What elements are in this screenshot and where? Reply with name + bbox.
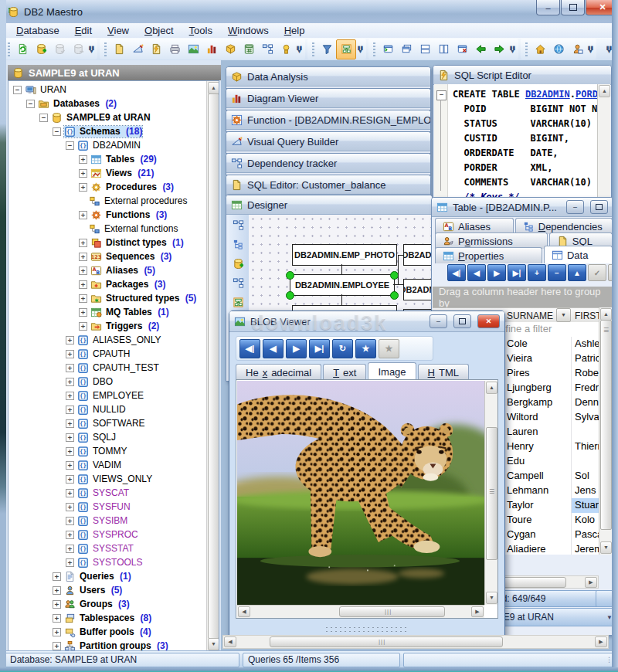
scroll-right-icon[interactable]: ▶: [595, 636, 607, 647]
plus-expander-icon[interactable]: +: [66, 531, 74, 539]
data-analysis-button[interactable]: [221, 40, 239, 59]
mdi-hscrollbar[interactable]: ◀ ||| ▶: [222, 635, 609, 649]
plus-expander-icon[interactable]: +: [79, 294, 87, 303]
blob-prev-button[interactable]: ◀: [263, 339, 284, 358]
chevron-down-icon[interactable]: ▼: [606, 614, 612, 621]
plus-expander-icon[interactable]: +: [79, 308, 87, 317]
tree-item-systools[interactable]: + {} SYSTOOLS: [8, 555, 203, 569]
plus-expander-icon[interactable]: +: [79, 239, 87, 247]
menu-windows[interactable]: Windows: [221, 24, 276, 37]
tree-item-syscat[interactable]: + {} SYSCAT: [8, 486, 203, 500]
menu-tools[interactable]: Tools: [182, 24, 219, 37]
tree-item-groups[interactable]: + Groups (3): [8, 597, 203, 611]
plus-expander-icon[interactable]: +: [66, 419, 74, 428]
tree-item-sysproc[interactable]: + {} SYSPROC: [8, 528, 203, 541]
sql-code[interactable]: CREATE TABLE DB2ADMIN.PORDER POIDBIGINT …: [453, 87, 597, 203]
filter-button[interactable]: [317, 40, 336, 59]
scroll-up-icon[interactable]: ▲: [486, 382, 497, 394]
tree-item-sysibm[interactable]: + {} SYSIBM: [8, 514, 203, 528]
calculator-button[interactable]: [239, 40, 258, 59]
scroll-up-icon[interactable]: ▲: [208, 82, 219, 94]
tile-horizontal-button[interactable]: [416, 40, 434, 59]
fold-collapse-icon[interactable]: −: [436, 90, 447, 100]
designer-tool-5[interactable]: [233, 297, 244, 308]
plus-expander-icon[interactable]: +: [79, 266, 87, 275]
window-titlebar[interactable]: Data Analysis: [226, 67, 430, 87]
blob-save-button[interactable]: ★: [379, 339, 399, 358]
forward-button[interactable]: [490, 40, 508, 59]
blob-tab-hexadecimal[interactable]: Hexadecimal: [236, 364, 321, 380]
tree-item-uran[interactable]: − URAN: [8, 83, 203, 97]
home-button[interactable]: [531, 40, 549, 59]
tree-item-views[interactable]: + Views (21): [8, 166, 203, 180]
refresh-button[interactable]: [13, 40, 32, 59]
blob-viewer-titlebar[interactable]: BLOB Viewer – ✕: [229, 311, 504, 332]
tree-item-aliases[interactable]: + AB Aliases (5): [8, 263, 203, 277]
tree-item-sysstat[interactable]: + {} SYSSTAT: [8, 541, 203, 555]
plus-expander-icon[interactable]: +: [66, 364, 74, 372]
toolbar-grip[interactable]: [8, 42, 10, 56]
toolbar-grip[interactable]: [373, 42, 375, 56]
designer-tool-1[interactable]: [233, 219, 244, 231]
new-window-button[interactable]: [379, 40, 397, 59]
plus-expander-icon[interactable]: +: [66, 517, 74, 525]
entity-db2admin-employee[interactable]: DB2ADMIN.EMPLOYEE: [290, 274, 395, 296]
image-hscrollbar[interactable]: ◀ ||| ▶: [237, 605, 484, 618]
plus-expander-icon[interactable]: +: [66, 545, 74, 553]
designer-titlebar[interactable]: Designer: [226, 195, 432, 215]
mdi-window-data-analysis[interactable]: Data Analysis: [226, 66, 431, 89]
plus-expander-icon[interactable]: +: [66, 558, 74, 567]
plus-expander-icon[interactable]: +: [79, 155, 87, 164]
table-window-titlebar[interactable]: Table - [DB2ADMIN.P... –: [432, 198, 612, 217]
nav-next-button[interactable]: ▶: [487, 264, 506, 281]
tree-item-db2admin[interactable]: − {} DB2ADMIN: [8, 138, 203, 152]
tree-item-software[interactable]: + {} SOFTWARE: [8, 416, 203, 430]
tab-data[interactable]: Data: [544, 246, 612, 263]
blob-last-button[interactable]: ▶|: [309, 339, 330, 358]
selection-handle[interactable]: [286, 271, 294, 280]
tree-item-buffer-pools[interactable]: + Buffer pools (4): [8, 625, 203, 639]
toolbar-overflow-icon[interactable]: ▮▮▼: [295, 40, 304, 59]
mdi-window-dependency[interactable]: Dependency tracker: [226, 153, 431, 175]
cascade-button[interactable]: [397, 40, 416, 59]
mdi-window-sql-editor[interactable]: SQL Editor: Customer_balance: [226, 175, 431, 197]
tree-item-nullid[interactable]: + {} NULLID: [8, 402, 203, 416]
menu-help[interactable]: Help: [277, 24, 312, 37]
plus-expander-icon[interactable]: +: [53, 628, 61, 636]
plus-expander-icon[interactable]: +: [53, 572, 61, 581]
blob-tab-image[interactable]: Image: [368, 362, 416, 380]
selection-handle[interactable]: [390, 291, 399, 300]
nav-first-button[interactable]: ◀|: [447, 264, 466, 281]
minus-expander-icon[interactable]: −: [53, 127, 61, 136]
group-by-band[interactable]: Drag a column header here to group by: [433, 287, 612, 307]
back-button[interactable]: [471, 40, 490, 59]
column-dropdown-icon[interactable]: ▼: [556, 308, 571, 322]
tree-item-tommy[interactable]: + {} TOMMY: [8, 444, 203, 458]
tree-scrollbar[interactable]: ▲ ▼: [206, 81, 219, 651]
plus-expander-icon[interactable]: +: [66, 406, 74, 414]
resize-grip[interactable]: [324, 626, 409, 633]
nav-check-button[interactable]: ✓: [588, 264, 606, 281]
tree-item-views-only[interactable]: + {} VIEWS_ONLY: [8, 472, 203, 486]
web-button[interactable]: [549, 40, 568, 59]
nav-up-button[interactable]: ▲: [568, 264, 586, 281]
diagram-viewer-button[interactable]: [202, 40, 221, 59]
minimize-button[interactable]: –: [566, 200, 584, 214]
minimize-button[interactable]: –: [536, 0, 560, 15]
nav-plus-button[interactable]: +: [528, 264, 546, 281]
scroll-right-icon[interactable]: ▶: [471, 606, 484, 617]
nav-last-button[interactable]: ▶|: [508, 264, 526, 281]
plus-expander-icon[interactable]: +: [79, 253, 87, 261]
blob-viewer-window[interactable]: BLOB Viewer – ✕ ◀|◀▶▶|↻★★ HexadecimalTex…: [229, 311, 505, 640]
minus-expander-icon[interactable]: −: [13, 86, 22, 94]
tree-item-procedures[interactable]: + Procedures (3): [8, 180, 203, 194]
scroll-right-icon[interactable]: ▶: [585, 577, 597, 588]
tree-item-aliases-only[interactable]: + {} ALIASES_ONLY: [8, 333, 203, 347]
user-edit-button[interactable]: [568, 40, 586, 59]
add-database-button[interactable]: [32, 40, 50, 59]
sql-editor-button[interactable]: [110, 40, 128, 59]
toolbar-overflow-icon[interactable]: ▮▮▼: [508, 40, 517, 59]
plus-expander-icon[interactable]: +: [66, 475, 74, 484]
plus-expander-icon[interactable]: +: [79, 169, 87, 178]
nav-minus-button[interactable]: −: [548, 264, 566, 281]
